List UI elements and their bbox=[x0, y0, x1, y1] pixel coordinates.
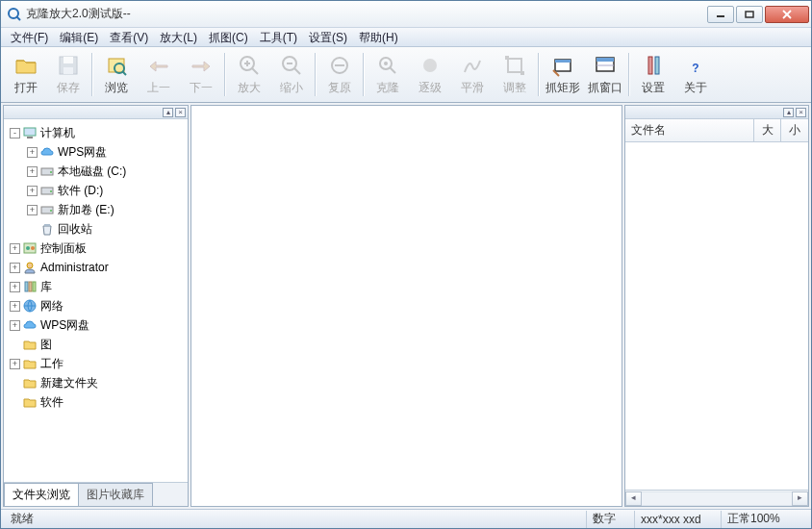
toolbar-label: 复原 bbox=[328, 80, 351, 96]
expand-icon[interactable]: + bbox=[27, 205, 38, 215]
tree-item[interactable]: +库 bbox=[6, 277, 186, 296]
menu-item[interactable]: 编辑(E) bbox=[54, 28, 104, 46]
drive-icon bbox=[39, 202, 55, 217]
center-panel bbox=[190, 105, 622, 507]
zoom-out-icon bbox=[279, 53, 304, 78]
file-list[interactable] bbox=[625, 142, 808, 490]
menu-item[interactable]: 查看(V) bbox=[104, 28, 154, 46]
svg-point-46 bbox=[26, 246, 30, 250]
tree-label: 库 bbox=[40, 279, 52, 295]
tree-item[interactable]: +Administrator bbox=[6, 258, 186, 277]
col-size-big[interactable]: 大 bbox=[754, 119, 781, 141]
tree-item[interactable]: +新加卷 (E:) bbox=[6, 200, 186, 219]
toolbar-separator bbox=[224, 53, 226, 96]
tree-item[interactable]: +工作 bbox=[6, 354, 186, 373]
tab-image-favorites[interactable]: 图片收藏库 bbox=[78, 483, 153, 506]
panel-close-icon[interactable]: × bbox=[175, 108, 186, 117]
hand-right-icon bbox=[189, 53, 214, 78]
svg-rect-3 bbox=[746, 12, 753, 17]
menu-item[interactable]: 抓图(C) bbox=[203, 28, 254, 46]
window-title: 克隆放大2.0测试版-- bbox=[26, 6, 707, 22]
expand-icon[interactable]: + bbox=[10, 243, 20, 254]
menu-item[interactable]: 文件(F) bbox=[5, 28, 54, 46]
expand-placeholder bbox=[10, 340, 20, 350]
toolbar-browse-button[interactable]: 浏览 bbox=[95, 49, 138, 100]
user-icon bbox=[22, 260, 38, 275]
col-size-small[interactable]: 小 bbox=[781, 119, 808, 141]
folder-tree[interactable]: -计算机+WPS网盘+本地磁盘 (C:)+软件 (D:)+新加卷 (E:)回收站… bbox=[4, 119, 188, 482]
tree-item[interactable]: +本地磁盘 (C:) bbox=[6, 162, 186, 181]
toolbar-capture-win-button[interactable]: 抓窗口 bbox=[584, 49, 626, 100]
tree-item[interactable]: 回收站 bbox=[6, 219, 186, 239]
panel-pin-icon[interactable]: ▴ bbox=[163, 108, 173, 117]
tree-item[interactable]: 软件 bbox=[6, 392, 186, 412]
horizontal-scrollbar[interactable]: ◂ ▸ bbox=[625, 490, 808, 506]
menu-item[interactable]: 帮助(H) bbox=[353, 28, 404, 46]
toolbar-label: 浏览 bbox=[105, 80, 128, 96]
app-window: 克隆放大2.0测试版-- 文件(F)编辑(E)查看(V)放大(L)抓图(C)工具… bbox=[0, 0, 812, 529]
tree-item[interactable]: -计算机 bbox=[6, 123, 186, 142]
toolbar-folder-button[interactable]: 打开 bbox=[5, 49, 47, 100]
scroll-left-icon[interactable]: ◂ bbox=[625, 491, 642, 506]
tree-item[interactable]: 图 bbox=[6, 335, 186, 354]
toolbar-capture-rect-button[interactable]: 抓矩形 bbox=[542, 49, 584, 100]
status-ready: 就绪 bbox=[5, 511, 586, 528]
menu-item[interactable]: 工具(T) bbox=[254, 28, 303, 46]
tree-item[interactable]: +网络 bbox=[6, 296, 186, 315]
computer-icon bbox=[22, 125, 38, 140]
right-panel-header: ▴ × bbox=[625, 106, 808, 119]
toolbar-label: 平滑 bbox=[461, 80, 484, 96]
expand-icon[interactable]: + bbox=[27, 186, 38, 196]
tree-item[interactable]: +WPS网盘 bbox=[6, 315, 186, 335]
clone-icon bbox=[375, 53, 400, 78]
panel-close-icon[interactable]: × bbox=[796, 108, 806, 117]
toolbar-settings-button[interactable]: 设置 bbox=[632, 49, 674, 100]
tree-item[interactable]: +WPS网盘 bbox=[6, 142, 186, 162]
tree-label: WPS网盘 bbox=[58, 144, 107, 161]
tree-label: Administrator bbox=[40, 261, 109, 274]
panel-pin-icon[interactable]: ▴ bbox=[783, 108, 794, 117]
toolbar-separator bbox=[538, 53, 540, 96]
hand-left-icon bbox=[146, 53, 171, 78]
expand-icon[interactable]: + bbox=[10, 359, 20, 369]
menu-item[interactable]: 放大(L) bbox=[154, 28, 203, 46]
tab-folder-browse[interactable]: 文件夹浏览 bbox=[4, 483, 79, 506]
toolbar-adjust-button: 调整 bbox=[494, 49, 536, 100]
close-button[interactable] bbox=[765, 6, 809, 23]
toolbar-label: 逐级 bbox=[419, 80, 442, 96]
expand-icon[interactable]: + bbox=[10, 263, 20, 273]
scroll-track[interactable] bbox=[642, 491, 792, 506]
toolbar: 打开保存浏览上一下一放大缩小复原克隆逐级平滑调整抓矩形抓窗口设置?关于 bbox=[1, 47, 811, 103]
tree-item[interactable]: +软件 (D:) bbox=[6, 181, 186, 200]
step-icon bbox=[418, 53, 443, 78]
expand-icon[interactable]: + bbox=[27, 147, 38, 158]
svg-point-43 bbox=[50, 210, 52, 212]
col-filename[interactable]: 文件名 bbox=[625, 119, 754, 141]
left-panel-header: ▴ × bbox=[4, 106, 188, 119]
toolbar-separator bbox=[628, 53, 630, 96]
menu-item[interactable]: 设置(S) bbox=[303, 28, 353, 46]
expand-icon[interactable]: + bbox=[27, 166, 38, 177]
scroll-right-icon[interactable]: ▸ bbox=[792, 491, 808, 506]
titlebar[interactable]: 克隆放大2.0测试版-- bbox=[1, 1, 811, 28]
svg-line-17 bbox=[294, 68, 300, 74]
collapse-icon[interactable]: - bbox=[10, 128, 20, 139]
toolbar-label: 下一 bbox=[190, 80, 213, 96]
tree-label: 新建文件夹 bbox=[40, 375, 98, 391]
toolbar-about-button[interactable]: ?关于 bbox=[674, 49, 717, 100]
svg-rect-7 bbox=[63, 57, 73, 63]
expand-placeholder bbox=[10, 378, 20, 389]
tree-item[interactable]: 新建文件夹 bbox=[6, 373, 186, 392]
expand-placeholder bbox=[27, 224, 38, 235]
svg-point-23 bbox=[384, 62, 388, 65]
toolbar-label: 抓窗口 bbox=[588, 80, 622, 96]
maximize-button[interactable] bbox=[736, 6, 763, 23]
expand-placeholder bbox=[10, 397, 20, 408]
tree-item[interactable]: +控制面板 bbox=[6, 239, 186, 258]
minimize-button[interactable] bbox=[707, 6, 734, 23]
folder-y-icon bbox=[22, 356, 38, 371]
expand-icon[interactable]: + bbox=[10, 301, 20, 312]
expand-icon[interactable]: + bbox=[10, 320, 20, 331]
expand-icon[interactable]: + bbox=[10, 282, 20, 292]
svg-line-1 bbox=[16, 16, 20, 20]
